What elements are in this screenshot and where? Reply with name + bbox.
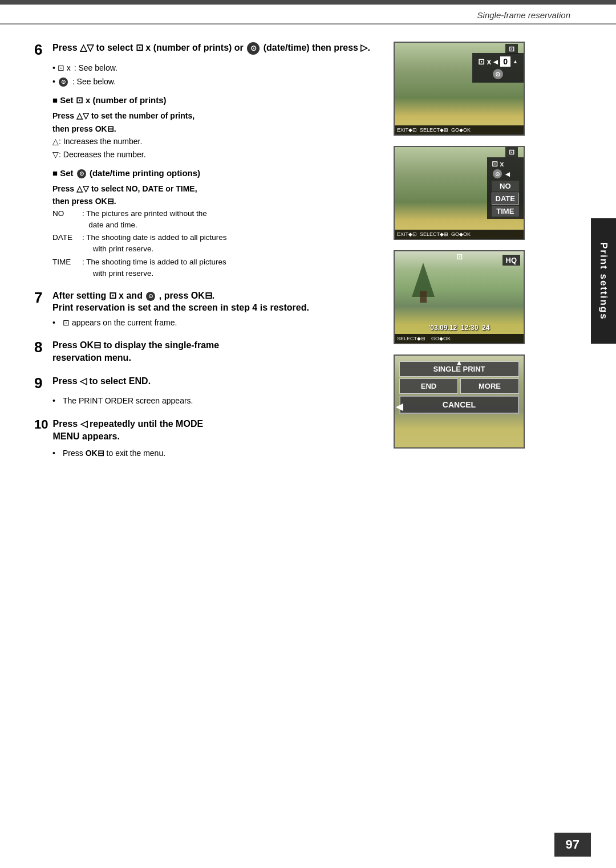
screen2-print-icon: ⊡ x — [492, 160, 504, 168]
page-header: Single-frame reservation — [0, 5, 616, 25]
print-settings-tab: Print settings — [591, 218, 616, 344]
screen2-bottom-text: EXIT◆⊡ SELECT◆⊞ GO◆OK — [397, 231, 471, 237]
step-6-body: • ⊡ x : See below. • ⊙ : See below. ■ Se… — [34, 62, 371, 280]
screen3-print-icon: ⊡ — [456, 252, 463, 261]
step-6-bullet-1: • ⊡ x : See below. — [52, 62, 371, 74]
print-settings-label: Print settings — [598, 242, 609, 320]
step-6-number: 6 — [34, 42, 48, 58]
screen4-more: MORE — [460, 378, 519, 394]
screen1-row-x: ⊡ x ◀ 0 ▲ — [478, 56, 518, 67]
def-date: DATE : The shooting date is added to all… — [52, 232, 371, 255]
screen1-bottom-bar: EXIT◆⊡ SELECT◆⊞ GO◆OK — [395, 125, 524, 135]
step-7-title-block: After setting ⊡ x and ⊙ , press OK⊟. Pri… — [52, 290, 309, 312]
bullet-symbol-2: • ⊙ — [52, 75, 69, 88]
bullet-symbol-1: • ⊡ x — [52, 62, 71, 74]
screen4-cancel: CANCEL — [399, 396, 519, 414]
def-term-date: DATE — [52, 232, 76, 255]
def-term-time: TIME — [52, 256, 76, 280]
screen3-timestamp: '03.09.12 12:30 24 — [395, 324, 524, 332]
tree-trunk — [420, 291, 427, 303]
step-8-number: 8 — [34, 339, 48, 356]
screen1-clock-icon: ⊙ — [478, 69, 518, 79]
step-7-title: After setting ⊡ x and ⊙ , press OK⊟. — [52, 291, 214, 300]
step-9-bullet-1: • The PRINT ORDER screen appears. — [52, 394, 371, 407]
subsection-prints-title: ■ Set ⊡ x (number of prints) — [52, 93, 371, 107]
screen3-bottom-text: SELECT◆⊞ GO◆OK — [397, 336, 451, 341]
step-8-title: Press OK⊟ to display the single-frameres… — [52, 339, 219, 365]
step-7: 7 After setting ⊡ x and ⊙ , press OK⊟. P… — [34, 290, 371, 329]
step-9: 9 Press ◁ to select END. • The PRINT ORD… — [34, 375, 371, 407]
step-7-subtitle: Print reservation is set and the screen … — [52, 303, 309, 312]
prints-tri-up: △: Increases the number. — [52, 137, 142, 146]
subsection-datetime-body: Press △▽ to select NO, DATE or TIME,then… — [52, 182, 371, 279]
step-10-body: • Press OK⊟ to exit the menu. — [34, 447, 371, 459]
def-desc-time: : The shooting time is added to all pict… — [82, 256, 371, 280]
screen4-row-end-more: END MORE — [399, 378, 519, 394]
page-number-text: 97 — [566, 837, 579, 851]
step-7-bullet-1: • ⊡ appears on the current frame. — [52, 316, 371, 329]
def-desc-date: : The shooting date is added to all pict… — [82, 232, 371, 255]
step-6-header: 6 Press △▽ to select ⊡ x (number of prin… — [34, 42, 371, 58]
top-decorative-bar — [0, 0, 616, 5]
camera-screen-1: ⊡ ⊡ x ◀ 0 ▲ ⊙ EXIT◆⊡ SELECT◆⊞ GO◆OK — [394, 42, 525, 136]
step-9-bullet-text: The PRINT ORDER screen appears. — [63, 394, 193, 407]
step-8: 8 Press OK⊟ to display the single-framer… — [34, 339, 371, 365]
screen1-menu-panel: ⊡ x ◀ 0 ▲ ⊙ — [472, 53, 524, 83]
main-content: 6 Press △▽ to select ⊡ x (number of prin… — [0, 25, 616, 487]
prints-tri-down: ▽: Decreases the number. — [52, 150, 146, 159]
step-7-header: 7 After setting ⊡ x and ⊙ , press OK⊟. P… — [34, 290, 371, 312]
text-column: 6 Press △▽ to select ⊡ x (number of prin… — [0, 36, 388, 475]
step-10: 10 Press ◁ repeatedly until the MODEMENU… — [34, 418, 371, 459]
screen1-value: 0 — [500, 56, 510, 67]
screen4-menu: SINGLE PRINT END MORE CANCEL — [399, 361, 519, 414]
screen4-up-arrow: ▲ — [456, 358, 463, 366]
screen4-left-arrow: ◀ — [396, 401, 403, 412]
step-6: 6 Press △▽ to select ⊡ x (number of prin… — [34, 42, 371, 279]
subsection-datetime-title: ■ Set ⊙ (date/time printing options) — [52, 166, 371, 180]
bullet-text-2: : See below. — [72, 75, 116, 88]
screen2-bottom-bar: EXIT◆⊡ SELECT◆⊞ GO◆OK — [395, 230, 524, 239]
screen2-row-clock: ⊙ ◀ — [492, 169, 519, 178]
step-10-bullet-1: • Press OK⊟ to exit the menu. — [52, 447, 371, 459]
def-desc-no: : The pictures are printed without the d… — [82, 208, 371, 231]
camera-screen-4: SINGLE PRINT END MORE CANCEL ◀ ▲ — [394, 354, 525, 449]
step-9-bullet-dot: • — [52, 394, 59, 407]
screen2-row-x: ⊡ x — [492, 160, 519, 168]
page-number: 97 — [554, 833, 591, 857]
def-time: TIME : The shooting time is added to all… — [52, 256, 371, 280]
step-10-number: 10 — [34, 418, 48, 431]
step-7-number: 7 — [34, 290, 48, 306]
screen2-clock: ⊙ — [493, 169, 502, 178]
step-10-bullet-dot: • — [52, 447, 59, 459]
step-7-body: • ⊡ appears on the current frame. — [34, 316, 371, 329]
screen2-icon: ⊡ — [505, 147, 518, 157]
def-term-no: NO — [52, 208, 76, 231]
step-6-bullet-2: • ⊙ : See below. — [52, 75, 371, 88]
subsection-prints: ■ Set ⊡ x (number of prints) Press △▽ to… — [52, 93, 371, 161]
subsection-prints-body: Press △▽ to set the number of prints,the… — [52, 109, 371, 161]
step-7-bullet-text: ⊡ appears on the current frame. — [63, 316, 177, 329]
screen3-hq-badge: HQ — [502, 255, 521, 266]
step-6-title: Press △▽ to select ⊡ x (number of prints… — [52, 42, 370, 55]
step-9-header: 9 Press ◁ to select END. — [34, 375, 371, 392]
screen1-up-arrow: ▲ — [513, 59, 518, 64]
step-9-title: Press ◁ to select END. — [52, 375, 151, 388]
step-10-header: 10 Press ◁ repeatedly until the MODEMENU… — [34, 418, 371, 443]
screen3-bottom-bar: SELECT◆⊞ GO◆OK — [395, 334, 524, 343]
step-10-title: Press ◁ repeatedly until the MODEMENU ap… — [52, 418, 203, 443]
screen2-arrow: ◀ — [505, 171, 510, 177]
bullet-text-1: : See below. — [74, 62, 117, 74]
screen1-arrow: ◀ — [493, 59, 498, 65]
step-10-bullet-text: Press OK⊟ to exit the menu. — [63, 447, 165, 459]
camera-screen-3: ⊡ HQ '03.09.12 12:30 24 SELECT◆⊞ GO◆OK — [394, 250, 525, 344]
subsection-datetime: ■ Set ⊙ (date/time printing options) Pre… — [52, 166, 371, 279]
image-column: ⊡ ⊡ x ◀ 0 ▲ ⊙ EXIT◆⊡ SELECT◆⊞ GO◆OK — [388, 36, 542, 475]
chapter-title: Single-frame reservation — [477, 10, 570, 20]
screen2-date: DATE — [492, 193, 519, 205]
screen1-print-icon: ⊡ x — [478, 57, 492, 66]
camera-screen-2: ⊡ ⊡ x ⊙ ◀ NO DATE TIME EXIT◆⊡ SELECT◆⊞ G… — [394, 146, 525, 240]
screen1-bottom-text: EXIT◆⊡ SELECT◆⊞ GO◆OK — [397, 127, 471, 133]
step-8-header: 8 Press OK⊟ to display the single-framer… — [34, 339, 371, 365]
def-no: NO : The pictures are printed without th… — [52, 208, 371, 231]
screen4-end: END — [399, 378, 458, 394]
